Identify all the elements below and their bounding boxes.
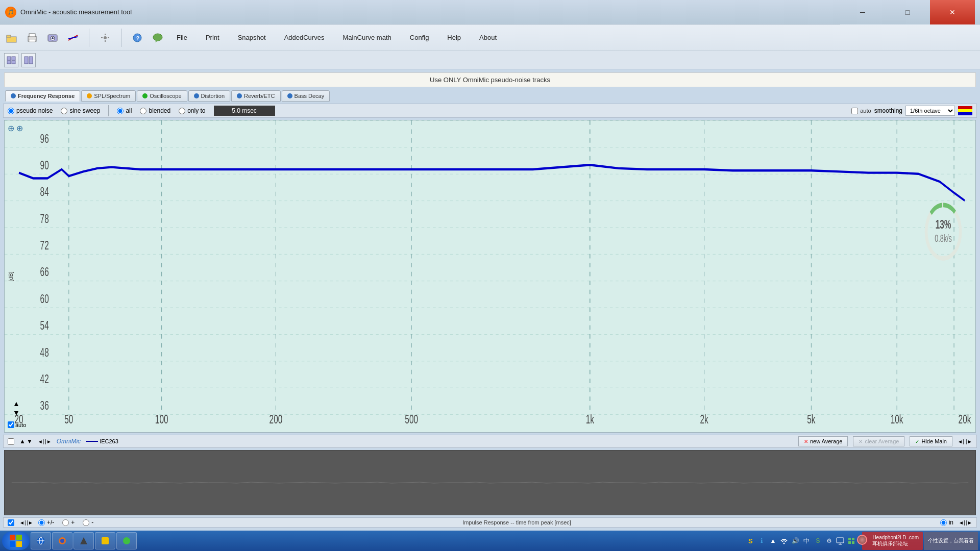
tray-wifi-icon[interactable] [779, 536, 789, 545]
x-extent-right[interactable]: |► [966, 439, 973, 444]
imp-right-ext[interactable]: ◄| [959, 520, 965, 525]
smoothing-select[interactable]: None 1/48th octave 1/24th octave 1/12th … [905, 106, 955, 116]
y-down-icon[interactable]: ▼ [13, 409, 20, 417]
svg-text:78: 78 [40, 212, 49, 225]
chart-bottom-auto [8, 438, 14, 445]
imp-left-icon[interactable]: ◄| [19, 520, 26, 525]
radio-all[interactable]: all [117, 107, 132, 114]
svg-text:60: 60 [40, 292, 49, 305]
tray-ime-icon[interactable]: S [813, 536, 822, 545]
app-title: OmniMic - acoustic measurement tool [20, 8, 840, 16]
tray-s-icon[interactable]: S [746, 536, 755, 545]
menu-help[interactable]: Help [438, 24, 470, 51]
hide-main-button[interactable]: ✓ Hide Main [910, 436, 952, 446]
menu-print[interactable]: Print [197, 24, 229, 51]
x-nav-icons[interactable]: ◄| |► [38, 439, 52, 444]
time-value-display: 5.0 msec [214, 106, 275, 116]
tray-task-icon[interactable] [847, 536, 856, 545]
radio-in[interactable]: in [940, 519, 953, 526]
print-icon[interactable] [26, 31, 39, 44]
tab-bass-decay[interactable]: Bass Decay [282, 90, 330, 102]
tray-tool-icon[interactable]: ⚙ [824, 536, 834, 545]
snapshot-icon[interactable] [46, 31, 59, 44]
taskbar-app-3[interactable] [74, 532, 94, 549]
chart-auto-check[interactable]: auto [8, 421, 26, 428]
svg-rect-15 [7, 57, 11, 60]
tray-speaker-icon[interactable]: 🔊 [791, 536, 800, 545]
view-icon-2[interactable] [21, 53, 36, 67]
restore-button[interactable]: □ [885, 0, 930, 24]
chart-auto-checkbox[interactable] [8, 421, 14, 428]
omnimic-brand-label[interactable]: OmniMic [57, 438, 81, 445]
tab-label-osc: Oscilloscope [150, 93, 181, 99]
y-nav-icons[interactable]: ▲ ▼ [19, 438, 33, 445]
x-extent-controls[interactable]: ◄| |► [958, 439, 972, 444]
impulse-auto-cb[interactable] [8, 519, 14, 526]
signal-type-group: pseudo noise sine sweep [8, 107, 100, 114]
tab-spl-spectrum[interactable]: SPL/Spectrum [81, 90, 136, 102]
curves-icon[interactable] [66, 31, 80, 44]
open-icon[interactable] [5, 31, 18, 44]
tab-distortion[interactable]: Distortion [188, 90, 230, 102]
radio-plus-minus[interactable]: +/- [38, 519, 54, 526]
headphone-icon [857, 535, 867, 545]
clear-average-button[interactable]: ✕ clear Average [853, 436, 904, 446]
x-right-icon[interactable]: |► [45, 439, 52, 444]
taskbar-firefox[interactable] [52, 532, 72, 549]
svg-rect-76 [848, 538, 851, 540]
menu-main-curve-math[interactable]: MainCurve math [333, 24, 400, 51]
y-zoom-controls[interactable]: ▲ ▼ [13, 399, 20, 417]
menu-file[interactable]: File [167, 24, 197, 51]
firefox-icon [58, 536, 67, 545]
imp-right-far[interactable]: |► [966, 520, 973, 525]
nav-down-icon[interactable]: ▼ [27, 438, 33, 445]
y-up-icon[interactable]: ▲ [13, 399, 20, 408]
taskbar-app-5[interactable] [116, 532, 137, 549]
y-range-icon[interactable]: ⊕ [16, 123, 23, 133]
start-button[interactable] [2, 532, 30, 550]
radio-blended[interactable]: blended [140, 107, 170, 114]
tab-reverb-etc[interactable]: Reverb/ETC [231, 90, 281, 102]
nav-up-icon[interactable]: ▲ [19, 438, 26, 445]
forum-notification[interactable]: Headphoni2i D .com耳机俱乐部论坛 [862, 532, 923, 550]
auto-checkbox[interactable] [851, 108, 858, 114]
tray-info-icon[interactable]: ℹ [757, 536, 766, 545]
tray-chinese-icon[interactable]: 中 [802, 536, 811, 545]
radio-only-to[interactable]: only to [179, 107, 205, 114]
radio-plus[interactable]: + [62, 519, 75, 526]
taskbar-app-4[interactable] [95, 532, 115, 549]
chinese-notification[interactable]: 个性设置，点我看看 [924, 532, 978, 550]
tab-dot-osc [142, 93, 148, 98]
chart-control-icons[interactable]: ⊕ ⊕ [8, 123, 23, 133]
tray-monitor-icon[interactable] [836, 536, 845, 545]
menu-added-curves[interactable]: AddedCurves [275, 24, 334, 51]
x-left-icon[interactable]: ◄| [38, 439, 44, 444]
radio-minus[interactable]: - [83, 519, 93, 526]
imp-right-icon[interactable]: |► [27, 520, 34, 525]
help-icon[interactable]: ? [131, 31, 144, 44]
radio-sine-sweep[interactable]: sine sweep [61, 107, 100, 114]
minimize-button[interactable]: ─ [840, 0, 885, 24]
x-extent-left[interactable]: ◄| [958, 439, 964, 444]
taskbar-ie[interactable] [31, 532, 51, 549]
chat-icon[interactable] [151, 31, 164, 44]
menu-config[interactable]: Config [401, 24, 438, 51]
chart-auto-cb[interactable] [8, 438, 14, 445]
x-zoom-icon[interactable]: ⊕ [8, 123, 14, 133]
tab-bar: Frequency Response SPL/Spectrum Oscillos… [3, 90, 977, 102]
menu-about[interactable]: About [470, 24, 506, 51]
tray-up-icon[interactable]: ▲ [768, 536, 777, 545]
config-icon[interactable] [99, 31, 112, 44]
view-icon-1[interactable] [4, 53, 18, 67]
close-button[interactable]: ✕ [930, 0, 975, 24]
svg-text:90: 90 [40, 159, 49, 172]
menu-snapshot[interactable]: Snapshot [229, 24, 275, 51]
tab-oscilloscope[interactable]: Oscilloscope [137, 90, 187, 102]
svg-rect-16 [12, 57, 15, 60]
new-average-button[interactable]: ✕ new Average [798, 436, 848, 446]
tab-frequency-response[interactable]: Frequency Response [5, 90, 80, 102]
radio-pseudo-noise[interactable]: pseudo noise [8, 107, 53, 114]
impulse-nav-icons[interactable]: ◄| |► [19, 520, 33, 525]
auto-checkbox-label[interactable]: auto [851, 108, 871, 114]
impulse-nav-right-icons[interactable]: ◄| |► [959, 520, 972, 525]
